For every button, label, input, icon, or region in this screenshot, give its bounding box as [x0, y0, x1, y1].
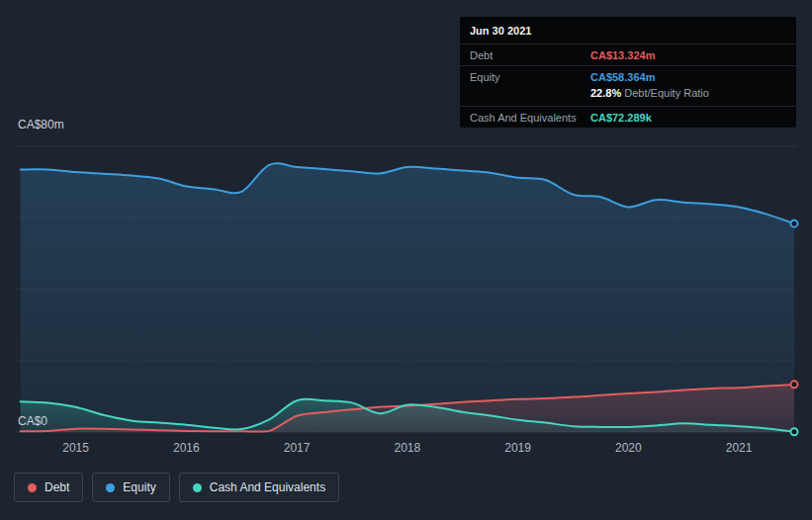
tooltip-row-debt: Debt CA$13.324m: [460, 43, 796, 65]
tooltip-ratio-row: 22.8% Debt/Equity Ratio: [460, 87, 796, 106]
y-axis-label-bottom: CA$0: [18, 414, 47, 428]
legend-label-cash: Cash And Equivalents: [210, 480, 325, 494]
legend-label-equity: Equity: [123, 480, 155, 494]
tooltip-date: Jun 30 2021: [460, 17, 796, 43]
legend-label-debt: Debt: [45, 480, 69, 494]
cash-and-equivalents-endpoint: [791, 428, 798, 435]
x-axis-label: 2017: [284, 441, 311, 455]
x-axis-label: 2018: [394, 441, 420, 455]
tooltip-cash-value: CA$72.289k: [590, 112, 652, 124]
tooltip-ratio-percent: 22.8%: [590, 87, 621, 99]
equity-series-dot: [106, 483, 115, 492]
tooltip-equity-label: Equity: [470, 71, 590, 83]
chart-tooltip: Jun 30 2021 Debt CA$13.324m Equity CA$58…: [460, 17, 796, 128]
legend-item-equity[interactable]: Equity: [92, 473, 169, 502]
chart-area: [14, 132, 796, 439]
tooltip-row-equity: Equity CA$58.364m 22.8% Debt/Equity Rati…: [460, 65, 796, 106]
x-axis-label: 2015: [62, 441, 89, 455]
y-axis-label-top: CA$80m: [18, 118, 64, 131]
chart-legend: Debt Equity Cash And Equivalents: [14, 473, 339, 502]
x-axis-label: 2019: [504, 441, 531, 455]
tooltip-equity-value: CA$58.364m: [590, 71, 655, 83]
equity-endpoint: [791, 220, 798, 227]
debt-endpoint: [791, 381, 798, 388]
tooltip-debt-label: Debt: [470, 49, 590, 61]
cash-series-dot: [193, 483, 202, 492]
tooltip-ratio-label: Debt/Equity Ratio: [624, 87, 709, 99]
x-axis: 2015201620172018201920202021: [14, 441, 796, 457]
tooltip-row-cash: Cash And Equivalents CA$72.289k: [460, 106, 796, 128]
debt-series-dot: [28, 483, 37, 492]
chart-plot[interactable]: [14, 132, 796, 439]
x-axis-label: 2020: [615, 441, 642, 455]
tooltip-cash-label: Cash And Equivalents: [470, 112, 590, 124]
legend-item-debt[interactable]: Debt: [14, 473, 83, 502]
tooltip-debt-value: CA$13.324m: [590, 49, 655, 61]
x-axis-label: 2016: [173, 441, 200, 455]
x-axis-label: 2021: [726, 441, 753, 455]
legend-item-cash[interactable]: Cash And Equivalents: [179, 473, 339, 502]
